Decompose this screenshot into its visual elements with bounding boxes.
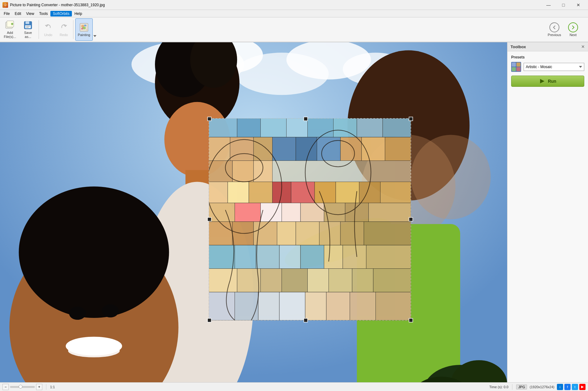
- close-button[interactable]: ✕: [571, 0, 586, 10]
- svg-rect-95: [261, 269, 282, 292]
- dimensions-display: (1920x1276x24): [530, 385, 554, 389]
- svg-rect-99: [352, 269, 373, 292]
- svg-rect-52: [232, 161, 254, 182]
- svg-rect-5: [26, 26, 30, 26]
- svg-rect-85: [209, 245, 235, 268]
- svg-rect-71: [282, 203, 301, 221]
- previous-circle-icon: [549, 22, 559, 32]
- svg-rect-62: [249, 182, 272, 203]
- main-area: Toolbox ✕ Presets Artistic - Mosaic A: [0, 42, 588, 382]
- menu-edit[interactable]: Edit: [12, 11, 24, 16]
- svg-rect-55: [296, 137, 317, 161]
- svg-rect-64: [291, 182, 315, 203]
- redo-label: Redo: [60, 33, 68, 37]
- zoom-level: 1:1: [50, 385, 55, 389]
- svg-point-9: [84, 25, 86, 26]
- svg-rect-90: [324, 245, 343, 268]
- next-label: Next: [570, 33, 577, 37]
- toolbox-panel: Toolbox ✕ Presets Artistic - Mosaic A: [507, 42, 588, 382]
- svg-rect-60: [209, 182, 228, 203]
- undo-button[interactable]: Undo: [41, 18, 56, 41]
- svg-rect-3: [26, 21, 29, 24]
- run-button[interactable]: Run: [511, 76, 584, 87]
- svg-rect-104: [279, 292, 305, 320]
- add-files-button[interactable]: AddFile(s)...: [1, 18, 19, 41]
- maximize-button[interactable]: □: [556, 0, 571, 10]
- svg-rect-6: [26, 27, 29, 28]
- zoom-thumb[interactable]: [19, 385, 22, 389]
- svg-rect-44: [308, 119, 334, 137]
- svg-rect-96: [282, 269, 308, 292]
- canvas-area[interactable]: [0, 42, 507, 382]
- menu-help[interactable]: Help: [72, 11, 85, 16]
- youtube-icon[interactable]: ▶: [579, 384, 586, 390]
- nav-area: Previous Next: [546, 18, 587, 41]
- toolbox-content: Presets Artistic - Mosaic Artistic - Oil…: [507, 51, 588, 91]
- svg-point-26: [19, 186, 169, 318]
- previous-button[interactable]: Previous: [546, 18, 563, 41]
- svg-rect-83: [340, 222, 364, 245]
- redo-icon: [59, 22, 69, 32]
- save-as-button[interactable]: Saveas...: [19, 18, 37, 41]
- menu-tools[interactable]: Tools: [37, 11, 50, 16]
- svg-rect-69: [235, 203, 261, 221]
- svg-rect-77: [209, 222, 232, 245]
- svg-rect-68: [380, 182, 411, 203]
- svg-rect-102: [235, 292, 258, 320]
- toolbar-separator-2: [73, 20, 73, 39]
- svg-rect-127: [516, 67, 520, 71]
- facebook-icon[interactable]: f: [564, 384, 571, 390]
- toolbox-close-button[interactable]: ✕: [581, 44, 585, 49]
- redo-button[interactable]: Redo: [56, 18, 71, 41]
- svg-rect-124: [512, 63, 516, 67]
- title-bar-controls: — □ ✕: [541, 0, 586, 10]
- svg-rect-48: [209, 137, 230, 161]
- undo-label: Undo: [44, 33, 52, 37]
- svg-rect-42: [261, 119, 287, 137]
- svg-rect-107: [350, 292, 376, 320]
- presets-select[interactable]: Artistic - Mosaic Artistic - Oil Artisti…: [524, 63, 584, 71]
- svg-rect-61: [228, 182, 249, 203]
- zoom-track[interactable]: [10, 386, 35, 388]
- svg-rect-43: [287, 119, 308, 137]
- minimize-button[interactable]: —: [541, 0, 556, 10]
- menu-view[interactable]: View: [24, 11, 37, 16]
- svg-rect-57: [340, 137, 362, 161]
- twitter-icon[interactable]: t: [572, 384, 578, 390]
- next-button[interactable]: Next: [564, 18, 582, 41]
- svg-rect-41: [237, 119, 260, 137]
- painting-label: Painting: [78, 33, 90, 37]
- social-icons: i f t ▶: [557, 384, 586, 390]
- svg-point-28: [69, 307, 86, 320]
- svg-rect-86: [235, 245, 256, 268]
- zoom-out-button[interactable]: −: [2, 384, 9, 390]
- save-as-label: Saveas...: [24, 31, 32, 39]
- svg-rect-51: [209, 161, 232, 182]
- status-right: Time (s): 0.0 JPG (1920x1276x24) i f t ▶: [489, 384, 586, 390]
- presets-row: Artistic - Mosaic Artistic - Oil Artisti…: [511, 62, 584, 72]
- menu-softorbits[interactable]: SoftOrbits: [50, 11, 72, 16]
- status-bar: − + 1:1 Time (s): 0.0 JPG (1920x1276x24)…: [0, 382, 588, 391]
- menu-file[interactable]: File: [1, 11, 12, 16]
- svg-rect-93: [209, 269, 237, 292]
- svg-rect-89: [301, 245, 324, 268]
- time-display: Time (s): 0.0: [489, 385, 508, 389]
- zoom-in-button[interactable]: +: [36, 384, 42, 390]
- app-icon: 🎨: [2, 2, 8, 8]
- svg-rect-91: [343, 245, 366, 268]
- svg-rect-97: [308, 269, 329, 292]
- svg-rect-113: [208, 117, 211, 121]
- run-label: Run: [548, 79, 556, 84]
- svg-rect-100: [373, 269, 411, 292]
- toolbar-dropdown-arrow[interactable]: [93, 18, 96, 41]
- photo-canvas: [0, 42, 507, 382]
- info-icon[interactable]: i: [557, 384, 563, 390]
- svg-rect-84: [364, 222, 411, 245]
- svg-rect-94: [237, 269, 260, 292]
- toolbox-title: Toolbox: [511, 44, 526, 49]
- painting-button[interactable]: Painting: [75, 18, 93, 41]
- title-bar-left: 🎨 Picture to Painting Converter - mother…: [2, 2, 105, 8]
- svg-rect-59: [385, 137, 411, 161]
- svg-rect-72: [301, 203, 324, 221]
- title-bar-title: Picture to Painting Converter - mother-3…: [10, 3, 105, 7]
